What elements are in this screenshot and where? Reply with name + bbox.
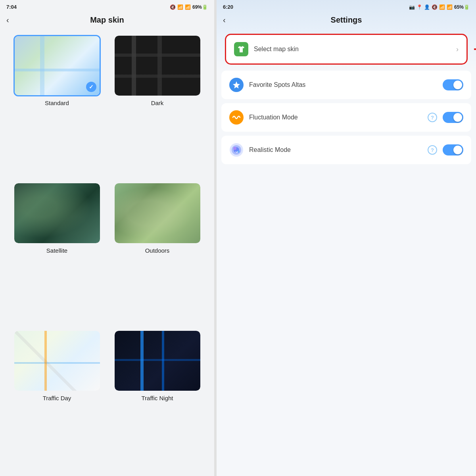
red-arrow-icon [472,41,476,57]
svg-point-6 [233,147,236,150]
map-label-satellite: Satellite [46,247,67,254]
status-bar-right: 6:20 📷 📍 👤 🔇 📶 📶 65%🔋 [217,0,476,12]
fluctuation-icon [229,110,244,125]
time-right: 6:20 [223,4,233,10]
wifi-icon-right: 📶 [439,4,445,10]
map-thumb-traffic-day[interactable] [13,330,101,392]
map-thumb-outdoors[interactable] [114,182,201,244]
wifi-icon: 📶 [177,4,183,10]
battery-left: 69%🔋 [192,4,208,10]
realistic-help-icon[interactable]: ? [428,145,437,155]
selected-checkmark: ✓ [86,82,96,92]
map-thumb-standard[interactable]: ✓ [13,35,101,96]
map-item-dark[interactable]: Dark [110,35,205,177]
map-thumb-satellite[interactable] [13,182,101,244]
map-label-traffic-day: Traffic Day [43,395,71,401]
realistic-icon [229,143,244,157]
right-panel: 6:20 📷 📍 👤 🔇 📶 📶 65%🔋 ‹ Settings Select [217,0,476,476]
left-panel: 7:04 🔇 📶 📶 69%🔋 ‹ Map skin ✓ Standard Da… [0,0,214,476]
realistic-mode-label: Realistic Mode [249,146,422,154]
map-item-standard[interactable]: ✓ Standard [10,35,104,177]
settings-divider-2 [217,100,476,103]
tshirt-icon [234,42,248,56]
favorite-spots-row[interactable]: Favorite Spots Altas [221,71,471,99]
realistic-mode-toggle[interactable] [443,144,463,155]
status-bar-left: 7:04 🔇 📶 📶 69%🔋 [0,0,214,12]
person-icon: 👤 [424,4,430,10]
map-thumb-traffic-night[interactable] [114,330,201,392]
settings-divider-1 [217,67,476,71]
favorite-spots-label: Favorite Spots Altas [249,81,437,88]
mute-icon: 🔇 [170,4,176,10]
settings-content: Select map skin › Favorite Spot [217,32,476,168]
map-thumb-dark-inner [115,36,200,96]
chevron-right-icon: › [456,45,459,54]
top-bar-right: ‹ Settings [217,12,476,32]
time-left: 7:04 [6,4,17,10]
settings-divider-3 [217,132,476,136]
fluctuation-mode-toggle[interactable] [443,112,463,123]
battery-right: 65%🔋 [454,4,470,10]
favorite-spots-toggle[interactable] [443,79,463,90]
map-label-traffic-night: Traffic Night [141,395,173,401]
map-label-dark: Dark [151,100,164,106]
map-item-traffic-night[interactable]: Traffic Night [110,330,205,472]
map-thumb-traffic-night-inner [115,331,200,391]
select-map-skin-row[interactable]: Select map skin › [226,35,466,63]
fluctuation-help-icon[interactable]: ? [428,113,437,122]
map-thumb-traffic-day-inner [14,331,100,391]
status-icons-right: 📷 📍 👤 🔇 📶 📶 65%🔋 [409,4,470,10]
map-label-outdoors: Outdoors [145,247,170,254]
location-icon: 📍 [416,4,422,10]
map-grid: ✓ Standard Dark Satellite Outdoors [0,31,214,476]
status-icons-left: 🔇 📶 📶 69%🔋 [170,4,208,10]
map-item-traffic-day[interactable]: Traffic Day [10,330,104,472]
page-title-right: Settings [331,15,362,25]
svg-marker-2 [233,81,240,88]
star-icon [229,78,244,92]
signal-icon: 📶 [185,4,191,10]
realistic-mode-row[interactable]: Realistic Mode ? [221,136,471,164]
signal-icon-right: 📶 [447,4,453,10]
svg-point-7 [237,150,240,153]
map-thumb-satellite-inner [14,183,100,243]
camera-icon: 📷 [409,4,415,10]
map-label-standard: Standard [45,100,69,106]
back-button-left[interactable]: ‹ [6,15,9,25]
map-thumb-outdoors-inner [115,183,200,243]
page-title-left: Map skin [90,15,124,25]
map-item-outdoors[interactable]: Outdoors [110,182,205,324]
select-map-skin-wrap: Select map skin › [221,35,471,63]
select-map-skin-label: Select map skin [254,46,449,53]
mute-icon-right: 🔇 [432,4,438,10]
map-thumb-dark[interactable] [114,35,201,96]
fluctuation-mode-row[interactable]: Fluctuation Mode ? [221,103,471,132]
back-button-right[interactable]: ‹ [223,15,226,25]
top-bar-left: ‹ Map skin [0,12,214,31]
map-item-satellite[interactable]: Satellite [10,182,104,324]
fluctuation-mode-label: Fluctuation Mode [249,114,422,121]
